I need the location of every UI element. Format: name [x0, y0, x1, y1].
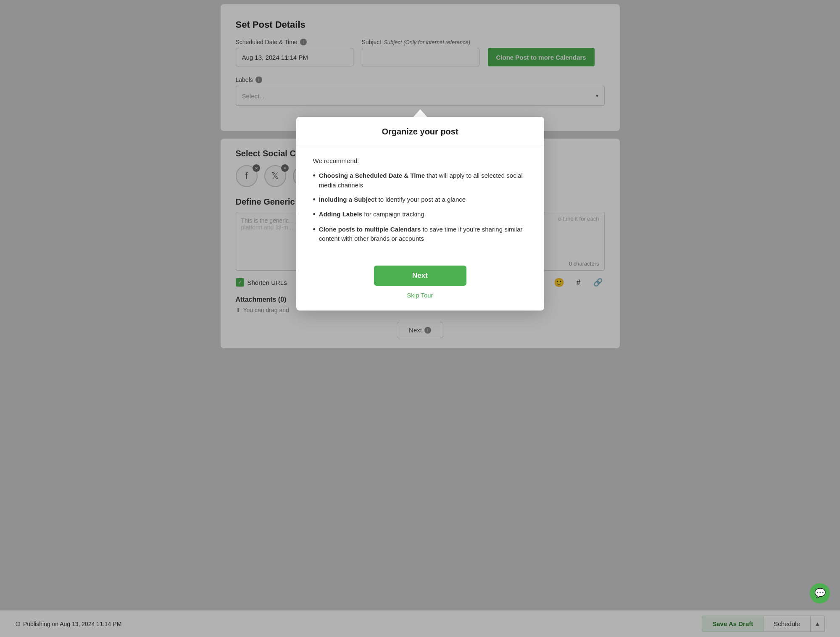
item-bold: Adding Labels: [319, 211, 362, 218]
modal-next-button[interactable]: Next: [374, 266, 466, 286]
item-rest: for campaign tracking: [362, 211, 424, 218]
item-bold: Clone posts to multiple Calendars: [319, 226, 421, 233]
chat-bubble-button[interactable]: 💬: [810, 583, 830, 603]
modal-overlay: Organize your post We recommend: • Choos…: [0, 0, 840, 637]
modal-footer: Next Skip Tour: [296, 262, 544, 311]
bullet-icon: •: [313, 195, 316, 205]
bullet-icon: •: [313, 210, 316, 219]
skip-tour-button[interactable]: Skip Tour: [407, 292, 433, 299]
item-bold: Including a Subject: [319, 196, 377, 203]
recommend-list: • Choosing a Scheduled Date & Time that …: [313, 171, 527, 244]
modal-header: Organize your post: [296, 117, 544, 145]
chat-icon: 💬: [814, 588, 826, 599]
list-item: • Adding Labels for campaign tracking: [313, 210, 527, 219]
organize-post-modal: Organize your post We recommend: • Choos…: [296, 117, 544, 311]
bullet-icon: •: [313, 171, 316, 181]
modal-title: Organize your post: [310, 127, 531, 137]
item-bold: Choosing a Scheduled Date & Time: [319, 172, 425, 179]
list-item: • Choosing a Scheduled Date & Time that …: [313, 171, 527, 190]
bullet-icon: •: [313, 225, 316, 234]
modal-body: We recommend: • Choosing a Scheduled Dat…: [296, 145, 544, 262]
tooltip-arrow: [413, 109, 427, 117]
list-item: • Including a Subject to identify your p…: [313, 195, 527, 205]
recommend-intro: We recommend:: [313, 157, 527, 164]
list-item: • Clone posts to multiple Calendars to s…: [313, 225, 527, 244]
item-rest: to identify your post at a glance: [377, 196, 466, 203]
